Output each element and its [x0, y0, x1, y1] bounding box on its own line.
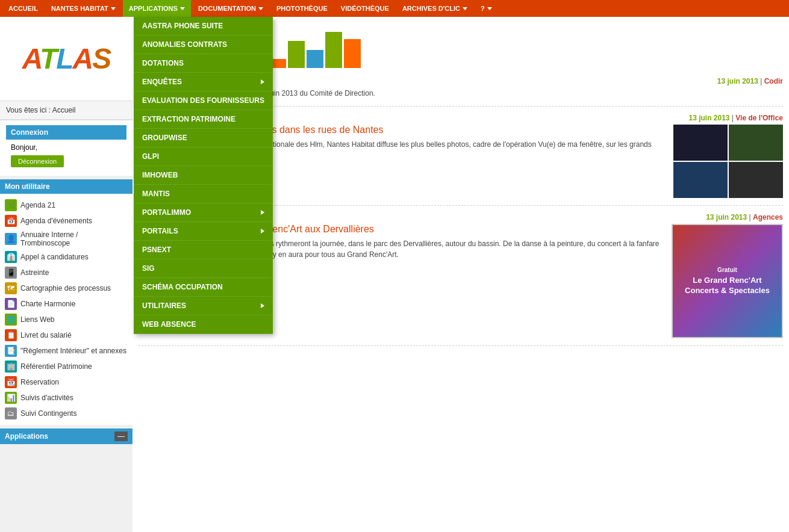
utilitaire-label-1: Agenda d'événements — [20, 217, 92, 225]
chart-bar-10 — [325, 32, 342, 68]
applications-dropdown: AASTRA PHONE SUITEANOMALIES CONTRATSDOTA… — [134, 17, 273, 334]
nav-applications[interactable]: APPLICATIONS — [123, 0, 191, 17]
submenu-arrow — [261, 210, 264, 215]
dropdown-item-psnext[interactable]: PSNEXT — [134, 241, 273, 259]
nav-archives-arrow — [463, 7, 467, 10]
dropdown-item-aastra-phone-suite[interactable]: AASTRA PHONE SUITE — [134, 17, 273, 36]
nav-documentation[interactable]: DOCUMENTATION — [192, 0, 269, 17]
nav-help-arrow — [487, 7, 492, 10]
top-navigation: ACCUEIL NANTES HABITAT APPLICATIONS DOCU… — [0, 0, 789, 17]
chart-bar-11 — [344, 39, 361, 68]
utilitaire-icon-5: 🗺 — [5, 282, 17, 294]
dropdown-item-evaluation-des-fournisseurs[interactable]: EVALUATION DES FOURNISSEURS — [134, 91, 273, 110]
dropdown-item-schéma-occupation[interactable]: SCHÉMA OCCUPATION — [134, 278, 273, 297]
dropdown-item-groupwise[interactable]: GROUPWISE — [134, 129, 273, 147]
utilitaire-icon-7: 🌐 — [5, 314, 17, 326]
utilitaire-item-13[interactable]: 🗂Suivi Contingents — [0, 406, 133, 421]
mon-utilitaire-header: Mon utilitaire — [0, 179, 133, 194]
utilitaire-item-12[interactable]: 📊Suivis d'activités — [0, 390, 133, 406]
dropdown-item-portails[interactable]: PORTAILS — [134, 222, 273, 241]
dropdown-item-enquêtes[interactable]: ENQUÊTES — [134, 73, 273, 91]
login-body: Bonjour, Déconnexion — [6, 140, 126, 171]
chart-bar-8 — [288, 41, 305, 68]
dropdown-item-anomalies-contrats[interactable]: ANOMALIES CONTRATS — [134, 36, 273, 54]
nav-applications-arrow — [180, 7, 185, 10]
utilitaire-item-1[interactable]: 📅Agenda d'événements — [0, 213, 133, 229]
utilitaire-icon-0: 🌿 — [5, 199, 17, 211]
login-section: Connexion Bonjour, Déconnexion — [0, 120, 133, 176]
utilitaire-item-4[interactable]: 📱Astreinte — [0, 265, 133, 280]
deconnexion-button[interactable]: Déconnexion — [11, 155, 64, 167]
utilitaire-label-13: Suivi Contingents — [20, 409, 76, 418]
dropdown-item-imhoweb[interactable]: IMHOWEB — [134, 166, 273, 185]
utilitaire-item-7[interactable]: 🌐Liens Web — [0, 312, 133, 327]
utilitaire-icon-9: 📑 — [5, 345, 17, 357]
utilitaire-item-9[interactable]: 📑"Règlement Intérieur" et annexes — [0, 343, 133, 359]
dropdown-item-web-absence[interactable]: WEB ABSENCE — [134, 315, 273, 334]
utilitaire-icon-10: 🏢 — [5, 360, 17, 373]
utilitaire-label-10: Référentiel Patrimoine — [20, 362, 92, 371]
utilitaire-label-8: Livret du salarié — [20, 331, 72, 339]
dropdown-item-sig[interactable]: SIG — [134, 259, 273, 278]
utilitaire-label-7: Liens Web — [20, 315, 54, 324]
utilitaire-item-8[interactable]: 📋Livret du salarié — [0, 327, 133, 343]
nav-videotheque[interactable]: VIDÉOTHÈQUE — [335, 0, 395, 17]
nav-archives[interactable]: ARCHIVES D'CLIC — [396, 0, 473, 17]
nav-nantes-habitat-arrow — [111, 7, 116, 10]
submenu-arrow — [261, 303, 264, 308]
news-image-grid-1 — [673, 125, 783, 198]
utilitaire-item-3[interactable]: 👔Appel à candidatures — [0, 249, 133, 265]
nav-nantes-habitat[interactable]: NANTES HABITAT — [45, 0, 122, 17]
utilitaire-icon-6: 📄 — [5, 298, 17, 310]
dropdown-item-extraction-patrimoine[interactable]: EXTRACTION PATRIMOINE — [134, 110, 273, 129]
utilitaire-icon-1: 📅 — [5, 215, 17, 227]
nav-accueil[interactable]: ACCUEIL — [2, 0, 44, 17]
submenu-arrow — [261, 79, 264, 84]
sidebar: ATLAS Vous êtes ici : Accueil Connexion … — [0, 17, 133, 532]
news-img-cell-3 — [673, 162, 728, 198]
dropdown-item-glpi[interactable]: GLPI — [134, 147, 273, 166]
utilitaire-item-5[interactable]: 🗺Cartographie des processus — [0, 280, 133, 296]
breadcrumb: Vous êtes ici : Accueil — [0, 101, 133, 120]
news-poster-2: Gratuit Le Grand Renc'ArtConcerts & Spec… — [672, 224, 783, 338]
utilitaire-label-9: "Règlement Intérieur" et annexes — [20, 347, 126, 355]
nav-phototheque[interactable]: PHOTOTHÈQUE — [270, 0, 334, 17]
utilitaire-label-12: Suivis d'activités — [20, 394, 73, 402]
utilitaire-item-2[interactable]: 👤Annuaire Interne / Trombinoscope — [0, 229, 133, 249]
login-greeting: Bonjour, — [11, 143, 122, 152]
utilitaire-icon-3: 👔 — [5, 251, 17, 263]
dropdown-item-mantis[interactable]: MANTIS — [134, 185, 273, 203]
utilitaire-label-4: Astreinte — [20, 268, 49, 277]
applications-title: Applications — [5, 432, 48, 441]
dropdown-item-utilitaires[interactable]: UTILITAIRES — [134, 297, 273, 315]
news-img-cell-4 — [729, 162, 783, 198]
utilitaire-label-2: Annuaire Interne / Trombinoscope — [20, 230, 128, 247]
utilitaire-items: 🌿Agenda 21📅Agenda d'événements👤Annuaire … — [0, 194, 133, 425]
dropdown-item-portalimmo[interactable]: PORTALIMMO — [134, 203, 273, 222]
utilitaire-item-10[interactable]: 🏢Référentiel Patrimoine — [0, 359, 133, 374]
utilitaire-item-6[interactable]: 📄Charte Harmonie — [0, 296, 133, 312]
nav-help[interactable]: ? — [475, 0, 498, 17]
utilitaire-icon-2: 👤 — [5, 233, 17, 245]
utilitaire-icon-11: 📆 — [5, 376, 17, 388]
dropdown-item-dotations[interactable]: DOTATIONS — [134, 54, 273, 73]
logo-area: ATLAS — [0, 17, 133, 101]
utilitaire-item-0[interactable]: 🌿Agenda 21 — [0, 197, 133, 213]
news-category-0[interactable]: Codir — [764, 77, 783, 85]
utilitaire-item-11[interactable]: 📆Réservation — [0, 374, 133, 390]
utilitaire-label-0: Agenda 21 — [20, 201, 55, 209]
submenu-arrow — [261, 229, 264, 234]
nav-documentation-arrow — [258, 7, 263, 10]
dropdown-menu-applications: AASTRA PHONE SUITEANOMALIES CONTRATSDOTA… — [134, 17, 273, 334]
news-img-cell-1 — [673, 125, 728, 161]
utilitaire-icon-12: 📊 — [5, 392, 17, 404]
atlas-logo: ATLAS — [22, 42, 110, 75]
utilitaire-icon-8: 📋 — [5, 329, 17, 341]
utilitaire-label-5: Cartographie des processus — [20, 284, 111, 292]
utilitaire-label-11: Réservation — [20, 378, 59, 386]
applications-section-header: Applications — — [0, 428, 133, 444]
news-category-2[interactable]: Agences — [753, 213, 783, 221]
collapse-applications-button[interactable]: — — [114, 431, 128, 441]
login-header: Connexion — [6, 125, 126, 140]
news-category-1[interactable]: Vie de l'Office — [735, 114, 783, 122]
